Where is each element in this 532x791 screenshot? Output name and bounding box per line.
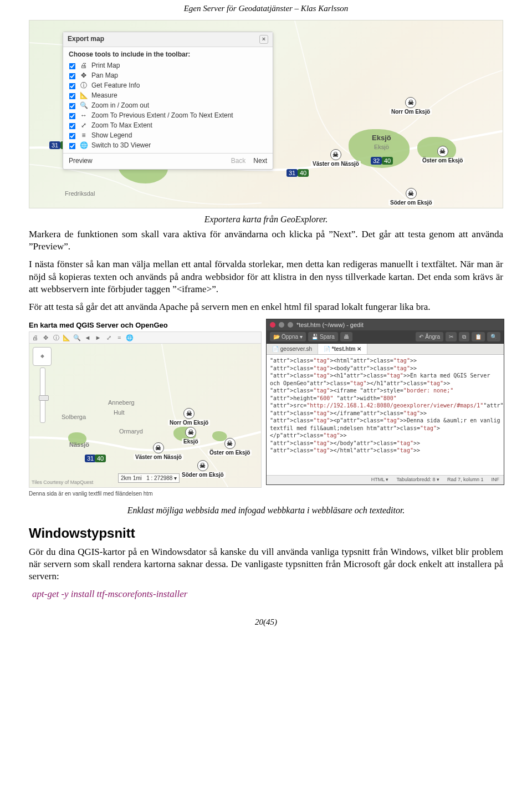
status-lang[interactable]: HTML ▾: [371, 477, 389, 483]
tool-icon: ↔: [79, 111, 88, 120]
tool-checkbox[interactable]: [69, 113, 76, 119]
paragraph-1: Markera de funktionen som skall vara akt…: [29, 228, 503, 253]
tool-icon: 📐: [79, 91, 88, 100]
search-icon[interactable]: 🔍: [487, 332, 500, 341]
tool-label: Pan Map: [91, 72, 118, 80]
tool-checkbox[interactable]: [69, 142, 76, 149]
tool-icon: ⓘ: [79, 81, 88, 90]
tool-row: 📐Measure: [69, 91, 267, 101]
figure-export-map: 314031403240 NässjöFredriksdalEksjöEksjö…: [29, 20, 503, 208]
paste-icon[interactable]: 📋: [472, 332, 485, 341]
open-button[interactable]: 📂 Öppna ▾: [270, 332, 306, 341]
tool-icon: ≡: [79, 131, 88, 140]
editor-titlebar: *test.htm (~/www) - gedit: [267, 319, 504, 330]
tool-icon: 🖨: [79, 62, 88, 70]
map-canvas[interactable]: 314031403240 NässjöFredriksdalEksjöEksjö…: [29, 20, 503, 208]
embedded-map[interactable]: ◆ ☠Norr Om Eksjö ☠Eksjö ☠Väster om Nässj…: [29, 344, 262, 488]
paragraph-4: Gör du dina QGIS-kartor på en Windowsdat…: [29, 546, 503, 583]
tool-checkbox[interactable]: [69, 63, 76, 69]
tool-label: Zoom To Max Extent: [91, 121, 152, 130]
poi-label: Eksjö: [182, 438, 200, 445]
tool-icon: ⤢: [79, 121, 88, 130]
tool-checkbox[interactable]: [69, 93, 76, 99]
paragraph-2: I nästa fönster så kan man välja mellan …: [29, 258, 503, 295]
caption-1: Exportera karta från GeoExplorer.: [29, 214, 503, 226]
maximize-window-icon[interactable]: [288, 322, 293, 328]
tool-icon: ✥: [79, 72, 88, 80]
tool-label: Switch to 3D Viewer: [91, 141, 151, 150]
skull-icon: ☠: [330, 149, 341, 160]
tool-label: Zoom To Previous Extent / Zoom To Next E…: [91, 111, 233, 120]
skull-icon: ☠: [406, 188, 417, 199]
tool-row: 🔍Zoom in / Zoom out: [69, 101, 267, 111]
town-label: Fredriksdal: [65, 190, 95, 197]
max-extent-icon[interactable]: ⤢: [104, 333, 113, 342]
skull-icon: ☠: [437, 146, 448, 157]
cut-icon[interactable]: ✂: [446, 332, 457, 341]
tool-label: Get Feature Info: [91, 81, 140, 90]
legend-icon[interactable]: ≡: [115, 333, 124, 342]
tool-checkbox[interactable]: [69, 103, 76, 109]
map-poi[interactable]: ☠Norr Om Eksjö: [390, 97, 432, 115]
tool-label: Measure: [91, 91, 117, 100]
skull-icon: ☠: [197, 460, 208, 471]
export-map-dialog: Export map × Choose tools to include in …: [63, 32, 273, 170]
back-link[interactable]: Back: [231, 157, 246, 166]
globe-icon[interactable]: 🌐: [125, 333, 134, 342]
figure-browser-editor: En karta med QGIS Server och OpenGeo 🖨 ✥…: [29, 319, 503, 497]
skull-icon: ☠: [183, 408, 195, 419]
status-mode: INF: [492, 477, 500, 483]
print-icon[interactable]: 🖨: [30, 333, 39, 342]
town-label: Eksjö: [372, 134, 391, 142]
status-tabwidth[interactable]: Tabulatorbredd: 8 ▾: [396, 477, 439, 483]
tool-checkbox[interactable]: [69, 73, 76, 79]
skull-icon: ☠: [224, 438, 236, 449]
tool-checkbox[interactable]: [69, 123, 76, 129]
poi-label: Söder om Eksjö: [180, 472, 226, 478]
scale-bar[interactable]: 2km 1mi 1 : 272988 ▾: [118, 473, 180, 483]
tool-checkbox[interactable]: [69, 83, 76, 89]
copy-icon[interactable]: ⧉: [459, 332, 469, 341]
measure-icon[interactable]: 📐: [62, 333, 71, 342]
status-cursor: Rad 7, kolumn 1: [447, 477, 484, 483]
undo-button[interactable]: ↶ Ångra: [416, 332, 443, 341]
print-button[interactable]: 🖶: [340, 332, 352, 341]
next-link[interactable]: Next: [253, 157, 267, 166]
minimize-window-icon[interactable]: [279, 322, 284, 328]
editor-toolbar: 📂 Öppna ▾ 💾 Spara 🖶 ↶ Ångra ✂ ⧉ 📋 🔍: [267, 330, 504, 344]
tool-label: Print Map: [91, 62, 120, 70]
map-poi[interactable]: ☠Öster om Eksjö: [421, 146, 464, 164]
poi-label: Öster om Eksjö: [208, 450, 252, 456]
browser-page-title: En karta med QGIS Server och OpenGeo: [29, 319, 262, 331]
map-poi[interactable]: ☠Väster om Nässjö: [311, 149, 361, 167]
scale-ratio: 1 : 272988: [146, 475, 172, 481]
poi-label: Väster om Nässjö: [311, 161, 361, 167]
dialog-footer: Preview Back Next: [63, 153, 273, 169]
preview-link[interactable]: Preview: [69, 157, 93, 166]
tab-test-htm[interactable]: 📄 *test.htm ✕: [318, 344, 367, 354]
scale-distance: 2km 1mi: [121, 475, 142, 481]
editor-textarea[interactable]: "attr">class="tag"><html"attr">class="ta…: [267, 355, 504, 475]
save-button[interactable]: 💾 Spara: [308, 332, 338, 341]
pan-icon[interactable]: ✥: [41, 333, 50, 342]
tool-icon: 🌐: [79, 141, 88, 150]
dialog-subtitle: Choose tools to include in the toolbar:: [69, 50, 267, 59]
road-badge: 31: [49, 141, 60, 149]
prev-extent-icon[interactable]: ◄: [83, 333, 92, 342]
dialog-title: Export map: [68, 35, 104, 44]
tab-geoserver[interactable]: 📄 geoserver.sh: [267, 344, 318, 354]
info-icon[interactable]: ⓘ: [52, 333, 60, 342]
map-attribution: Tiles Courtesy of MapQuest: [32, 479, 93, 485]
tool-checkbox[interactable]: [69, 132, 76, 139]
poi-label: Söder om Eksjö: [388, 200, 434, 206]
close-window-icon[interactable]: [270, 322, 275, 328]
tool-row: 🖨Print Map: [69, 61, 267, 71]
map-poi[interactable]: ☠Söder om Eksjö: [388, 188, 434, 206]
command-line: apt-get -y install ttf-mscorefonts-insta…: [32, 588, 503, 600]
zoom-icon[interactable]: 🔍: [73, 333, 81, 342]
editor-statusbar: HTML ▾ Tabulatorbredd: 8 ▾ Rad 7, kolumn…: [267, 475, 504, 484]
browser-footnote: Denna sida är en vanlig textfil med filä…: [29, 490, 262, 497]
close-icon[interactable]: ×: [259, 35, 268, 44]
skull-icon: ☠: [153, 442, 164, 453]
next-extent-icon[interactable]: ►: [94, 333, 103, 342]
